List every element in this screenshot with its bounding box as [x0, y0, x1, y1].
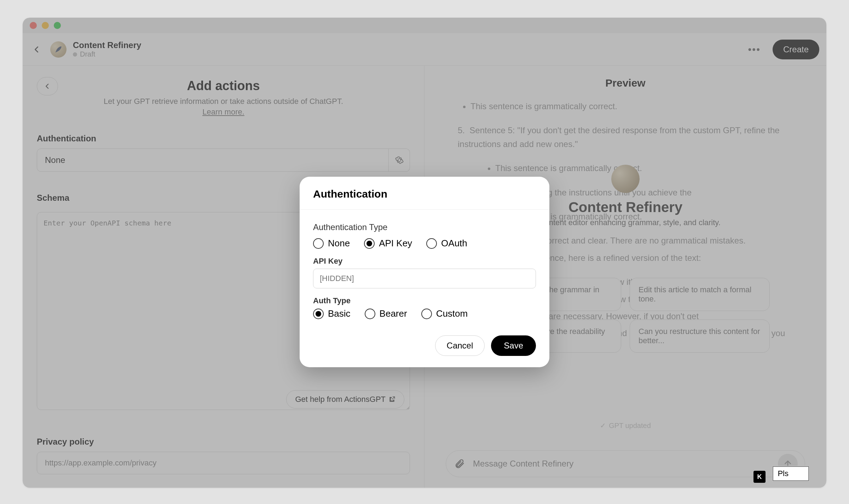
- auth-type-radio-group: None API Key OAuth: [313, 238, 536, 249]
- radio-none[interactable]: None: [313, 238, 350, 249]
- auth-type-label: Authentication Type: [313, 222, 536, 232]
- radio-label: OAuth: [441, 238, 467, 249]
- radio-label: API Key: [379, 238, 412, 249]
- pls-tooltip: Pls: [772, 466, 809, 481]
- modal-title: Authentication: [300, 177, 549, 210]
- modal-footer: Cancel Save: [300, 326, 549, 367]
- radio-label: Bearer: [380, 308, 407, 319]
- api-key-label: API Key: [313, 257, 536, 266]
- save-button[interactable]: Save: [491, 335, 536, 356]
- auth-subtype-radio-group: Basic Bearer Custom: [313, 308, 536, 319]
- authentication-modal: Authentication Authentication Type None …: [300, 177, 549, 367]
- modal-body: Authentication Type None API Key OAuth A…: [300, 210, 549, 326]
- radio-bearer[interactable]: Bearer: [365, 308, 407, 319]
- radio-api-key[interactable]: API Key: [364, 238, 412, 249]
- radio-basic[interactable]: Basic: [313, 308, 351, 319]
- cancel-button[interactable]: Cancel: [435, 335, 485, 356]
- radio-label: Basic: [328, 308, 351, 319]
- radio-label: Custom: [436, 308, 468, 319]
- radio-label: None: [328, 238, 350, 249]
- radio-oauth[interactable]: OAuth: [426, 238, 467, 249]
- app-window: Content Refinery Draft ••• Create Add ac…: [23, 18, 826, 488]
- api-key-input[interactable]: [313, 269, 536, 288]
- k-badge: K: [753, 471, 766, 483]
- radio-custom[interactable]: Custom: [421, 308, 468, 319]
- auth-subtype-label: Auth Type: [313, 296, 536, 305]
